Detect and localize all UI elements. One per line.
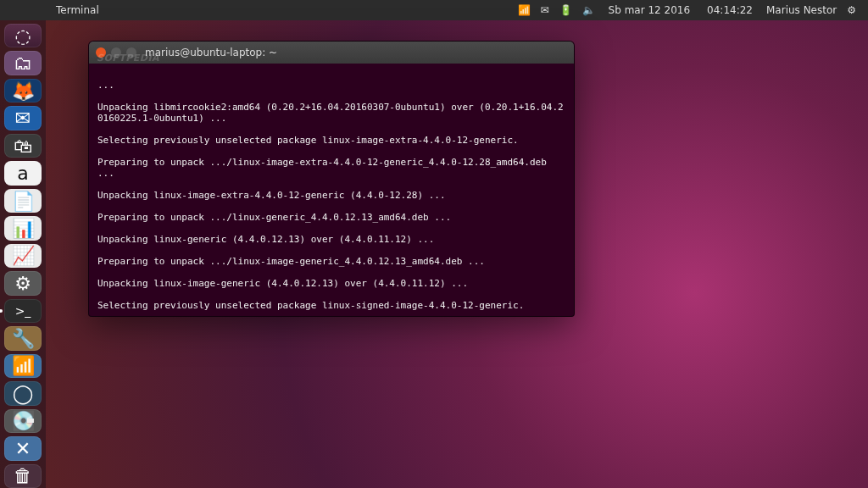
network-icon[interactable]: 📶 [518, 4, 531, 16]
impress-icon[interactable]: 📈 [4, 244, 42, 268]
term-line: Preparing to unpack .../linux-generic_4.… [97, 212, 565, 223]
minimize-icon[interactable] [111, 47, 121, 58]
steam-icon[interactable]: ◯ [4, 381, 42, 405]
term-line: Unpacking linux-generic (4.4.0.12.13) ov… [97, 234, 565, 245]
thunderbird-icon[interactable]: ✉ [4, 106, 42, 130]
close-icon[interactable] [96, 47, 106, 58]
tools-icon[interactable]: 🔧 [4, 326, 42, 350]
active-app-title: Terminal [56, 4, 99, 16]
settings-icon[interactable]: ⚙ [4, 271, 42, 295]
firefox-icon[interactable]: 🦊 [4, 79, 42, 103]
term-line: Selecting previously unselected package … [97, 135, 565, 146]
dash-icon[interactable]: ◌ [4, 24, 42, 47]
battery-icon[interactable]: 🔋 [559, 4, 572, 16]
unity-launcher: ◌ 🗂 🦊 ✉ 🛍 a 📄 📊 📈 ⚙ >_ 🔧 📶 ◯ 💽 ✕ 🗑 [0, 20, 46, 488]
terminal-title: marius@ubuntu-laptop: ~ [145, 47, 277, 58]
files-icon[interactable]: 🗂 [4, 51, 42, 75]
maximize-icon[interactable] [126, 47, 136, 58]
terminal-window[interactable]: marius@ubuntu-laptop: ~ ... Unpacking li… [88, 41, 575, 317]
amazon-icon[interactable]: a [4, 161, 42, 185]
sound-icon[interactable]: 🔈 [582, 4, 595, 16]
terminal-icon[interactable]: >_ [4, 299, 42, 323]
clock-time[interactable]: 04:14:22 [707, 4, 753, 16]
term-line: ... [97, 80, 565, 91]
clock-date[interactable]: Sb mar 12 2016 [609, 4, 690, 16]
writer-icon[interactable]: 📄 [4, 189, 42, 213]
mail-icon[interactable]: ✉ [541, 4, 549, 16]
sysmon-icon[interactable]: 📶 [4, 354, 42, 378]
top-panel: Terminal 📶 ✉ 🔋 🔈 Sb mar 12 2016 04:14:22… [0, 0, 868, 20]
term-line: Selecting previously unselected package … [97, 300, 565, 311]
term-line: Preparing to unpack .../linux-image-gene… [97, 256, 565, 267]
term-line: Unpacking linux-image-generic (4.4.0.12.… [97, 278, 565, 289]
trash-icon[interactable]: 🗑 [4, 464, 42, 488]
term-line: Preparing to unpack .../linux-image-extr… [97, 157, 565, 179]
term-line: Unpacking libmircookie2:amd64 (0.20.2+16… [97, 102, 565, 124]
software-icon[interactable]: 🛍 [4, 134, 42, 158]
terminal-body[interactable]: ... Unpacking libmircookie2:amd64 (0.20.… [89, 64, 574, 317]
term-line: Unpacking linux-image-extra-4.4.0-12-gen… [97, 190, 565, 201]
user-name[interactable]: Marius Nestor [766, 4, 837, 16]
gear-icon[interactable]: ⚙ [847, 4, 856, 16]
terminal-titlebar[interactable]: marius@ubuntu-laptop: ~ [89, 42, 574, 64]
xapp-icon[interactable]: ✕ [4, 436, 42, 460]
disks-icon[interactable]: 💽 [4, 409, 42, 433]
calc-icon[interactable]: 📊 [4, 216, 42, 240]
